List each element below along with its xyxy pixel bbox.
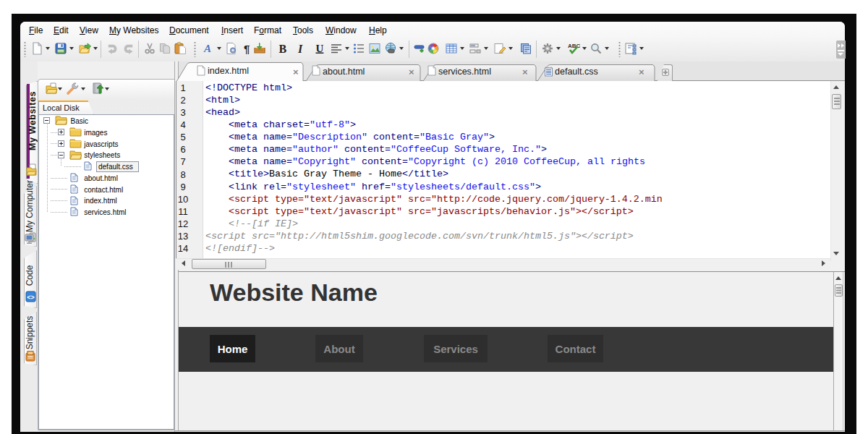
svg-text:B: B (279, 43, 287, 55)
svg-text:I: I (297, 43, 303, 55)
svg-text:<>: <> (27, 294, 35, 301)
svg-text:¶: ¶ (244, 43, 250, 55)
svg-text:ABC: ABC (568, 43, 580, 49)
svg-text:U: U (316, 43, 324, 54)
svg-text:A: A (203, 43, 211, 54)
